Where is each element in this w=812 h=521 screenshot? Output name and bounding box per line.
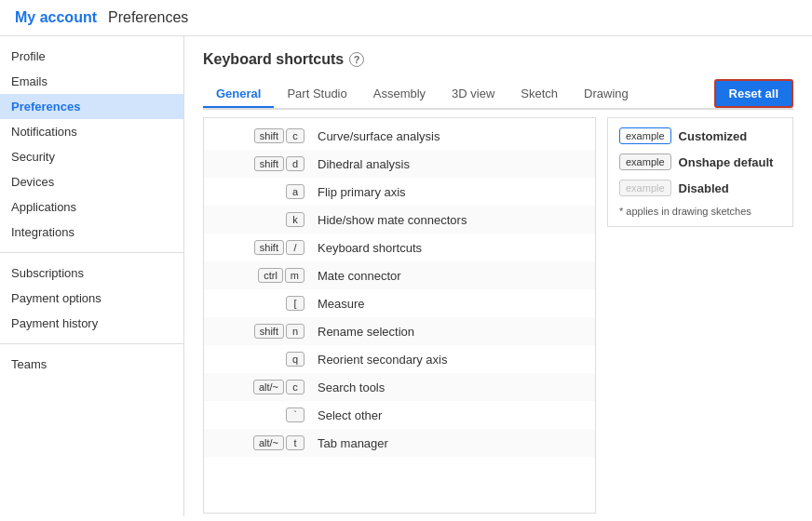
shortcut-label: Dihedral analysis xyxy=(308,157,588,171)
main-key: k xyxy=(286,212,304,227)
sidebar: Profile Emails Preferences Notifications… xyxy=(0,36,184,516)
sidebar-divider-2 xyxy=(0,343,183,344)
main-key: a xyxy=(286,184,304,199)
sidebar-item-payment-options[interactable]: Payment options xyxy=(0,286,183,311)
key-group: shift / xyxy=(211,240,304,255)
main-key: ` xyxy=(286,407,304,422)
key-group: k xyxy=(211,212,304,227)
tab-3d-view[interactable]: 3D view xyxy=(439,81,508,108)
sidebar-item-applications[interactable]: Applications xyxy=(0,194,183,220)
modifier-key: shift xyxy=(254,128,284,143)
key-group: q xyxy=(211,352,304,367)
sidebar-item-profile[interactable]: Profile xyxy=(0,44,183,69)
modifier-key: shift xyxy=(254,240,284,255)
key-group: alt/~ t xyxy=(211,435,304,450)
legend-label-customized: Customized xyxy=(679,129,748,143)
shortcut-row: a Flip primary axis xyxy=(204,178,595,206)
shortcut-row: [ Measure xyxy=(204,289,595,317)
tab-part-studio[interactable]: Part Studio xyxy=(274,81,359,108)
shortcut-row: alt/~ t Tab manager xyxy=(204,429,595,457)
main-content: Keyboard shortcuts ? General Part Studio… xyxy=(184,36,812,516)
main-key: / xyxy=(286,240,304,255)
tab-assembly[interactable]: Assembly xyxy=(360,81,439,108)
shortcut-label: Keyboard shortcuts xyxy=(308,241,588,255)
legend-row-disabled: example Disabled xyxy=(619,180,781,196)
shortcut-label: Hide/show mate connectors xyxy=(308,213,588,227)
key-group: alt/~ c xyxy=(211,380,304,394)
key-group: ctrl m xyxy=(211,268,304,283)
tab-general[interactable]: General xyxy=(203,81,274,108)
legend-key-customized: example xyxy=(619,127,671,144)
sidebar-item-notifications[interactable]: Notifications xyxy=(0,119,183,144)
modifier-key: alt/~ xyxy=(253,380,284,394)
key-group: shift c xyxy=(211,128,304,143)
shortcut-label: Mate connector xyxy=(308,269,588,283)
main-key: [ xyxy=(286,296,304,311)
legend-note: * applies in drawing sketches xyxy=(619,206,781,217)
shortcut-row: k Hide/show mate connectors xyxy=(204,206,595,234)
main-key: q xyxy=(286,352,304,367)
content-area: shift c Curve/surface analysis shift d D… xyxy=(203,117,793,514)
reset-all-button[interactable]: Reset all xyxy=(714,79,793,108)
tabs-bar: General Part Studio Assembly 3D view Ske… xyxy=(203,79,793,110)
legend-row-customized: example Customized xyxy=(619,127,781,144)
shortcut-label: Curve/surface analysis xyxy=(308,129,588,143)
header-page-title: Preferences xyxy=(108,9,188,26)
legend-key-default: example xyxy=(619,154,671,170)
sidebar-item-teams[interactable]: Teams xyxy=(0,352,183,377)
main-key: t xyxy=(286,435,304,450)
shortcut-label: Measure xyxy=(308,297,588,311)
sidebar-item-emails[interactable]: Emails xyxy=(0,69,183,94)
main-key: n xyxy=(286,324,304,339)
legend-key-disabled: example xyxy=(619,180,671,196)
shortcut-row: shift d Dihedral analysis xyxy=(204,150,595,178)
shortcut-row: ctrl m Mate connector xyxy=(204,261,595,289)
shortcut-label: Flip primary axis xyxy=(308,185,588,199)
main-key: c xyxy=(286,380,304,394)
modifier-key: shift xyxy=(254,324,284,339)
shortcut-label: Reorient secondary axis xyxy=(308,353,588,367)
sidebar-item-security[interactable]: Security xyxy=(0,144,183,169)
shortcut-label: Rename selection xyxy=(308,325,588,339)
shortcut-row: alt/~ c Search tools xyxy=(204,373,595,401)
key-group: [ xyxy=(211,296,304,311)
shortcut-row: shift n Rename selection xyxy=(204,317,595,345)
modifier-key: ctrl xyxy=(258,268,283,283)
help-icon[interactable]: ? xyxy=(349,52,364,67)
shortcut-row: ` Select other xyxy=(204,401,595,429)
modifier-key: shift xyxy=(254,156,284,171)
shortcut-row: shift c Curve/surface analysis xyxy=(204,122,595,150)
sidebar-item-payment-history[interactable]: Payment history xyxy=(0,311,183,336)
tab-sketch[interactable]: Sketch xyxy=(508,81,571,108)
sidebar-item-devices[interactable]: Devices xyxy=(0,169,183,194)
key-group: ` xyxy=(211,407,304,422)
section-title-text: Keyboard shortcuts xyxy=(203,51,344,68)
legend-row-default: example Onshape default xyxy=(619,154,781,170)
shortcut-row: q Reorient secondary axis xyxy=(204,345,595,373)
main-key: d xyxy=(286,156,304,171)
shortcut-label: Tab manager xyxy=(308,436,588,450)
main-key: c xyxy=(286,128,304,143)
my-account-link[interactable]: My account xyxy=(15,9,97,26)
modifier-key: alt/~ xyxy=(253,435,284,450)
section-title-wrap: Keyboard shortcuts ? xyxy=(203,51,793,68)
header: My account Preferences xyxy=(0,0,812,36)
sidebar-item-subscriptions[interactable]: Subscriptions xyxy=(0,260,183,286)
sidebar-item-integrations[interactable]: Integrations xyxy=(0,220,183,245)
legend-label-disabled: Disabled xyxy=(679,181,729,195)
key-group: a xyxy=(211,184,304,199)
key-group: shift d xyxy=(211,156,304,171)
shortcut-label: Search tools xyxy=(308,381,588,394)
shortcut-list[interactable]: shift c Curve/surface analysis shift d D… xyxy=(203,117,596,514)
layout: Profile Emails Preferences Notifications… xyxy=(0,36,812,516)
shortcut-row: shift / Keyboard shortcuts xyxy=(204,234,595,261)
sidebar-divider-1 xyxy=(0,252,183,253)
shortcut-label: Select other xyxy=(308,408,588,422)
key-group: shift n xyxy=(211,324,304,339)
main-key: m xyxy=(285,268,304,283)
legend-box: example Customized example Onshape defau… xyxy=(607,117,793,227)
legend-label-default: Onshape default xyxy=(679,155,774,169)
sidebar-item-preferences[interactable]: Preferences xyxy=(0,94,183,119)
tab-drawing[interactable]: Drawing xyxy=(571,81,642,108)
